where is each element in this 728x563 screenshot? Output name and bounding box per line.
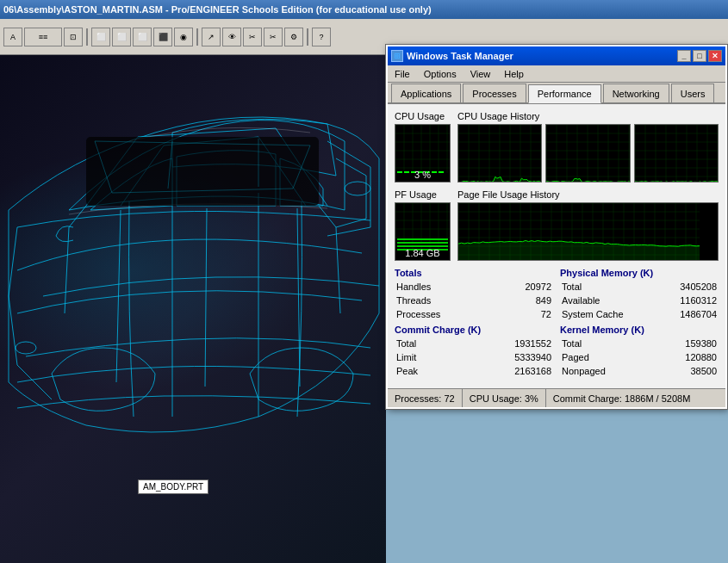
commit-charge-panel: Commit Charge (K) Total 1931552 Limit 53…: [395, 325, 553, 378]
tm-menu-view[interactable]: View: [467, 68, 495, 80]
cc-peak-value: 2163168: [455, 364, 553, 378]
toolbar-sep-1: [86, 28, 88, 46]
cc-peak-label: Peak: [395, 364, 455, 378]
cpu-usage-label: CPU Usage: [395, 111, 451, 121]
pf-charts-row: PF Usage 1.84 GB Page File Usage History: [395, 189, 719, 261]
toolbar-sep-3: [307, 28, 308, 46]
table-row: Paged 120880: [560, 350, 719, 364]
tm-menubar: File Options View Help: [388, 65, 725, 83]
toolbar-btn-9[interactable]: ↗: [202, 28, 221, 46]
cpu-percent-value: 3 %: [395, 170, 450, 180]
physical-memory-panel: Physical Memory (K) Total 3405208 Availa…: [560, 268, 719, 321]
cpu-history-section: CPU Usage History: [457, 111, 719, 183]
toolbar-btn-14[interactable]: ?: [312, 28, 331, 46]
pf-usage-section: PF Usage 1.84 GB: [395, 189, 451, 261]
cc-limit-value: 5333940: [455, 350, 553, 364]
pm-available-label: Available: [560, 294, 658, 307]
tab-applications[interactable]: Applications: [391, 84, 461, 102]
cpu-usage-section: CPU Usage 3 %: [395, 111, 451, 183]
table-row: Handles 20972: [395, 280, 553, 294]
tm-titlebar: ⊞ Windows Task Manager _ □ ✕: [388, 46, 725, 65]
table-row: Available 1160312: [560, 294, 719, 307]
cpu-history-chart-2: [545, 124, 630, 183]
commit-charge-table: Total 1931552 Limit 5333940 Peak 2163168: [395, 337, 553, 378]
table-row: Threads 849: [395, 294, 553, 307]
status-cpu-usage: CPU Usage: 3%: [463, 389, 546, 407]
cad-canvas: AM_BODY.PRT: [0, 55, 386, 563]
svg-point-0: [345, 182, 370, 195]
km-total-label: Total: [560, 337, 651, 350]
toolbar-btn-5[interactable]: ⬜: [112, 28, 131, 46]
table-row: System Cache 1486704: [560, 307, 719, 321]
toolbar-btn-11[interactable]: ✂: [243, 28, 262, 46]
tab-users[interactable]: Users: [671, 84, 715, 102]
status-commit-charge: Commit Charge: 1886M / 5208M: [546, 389, 698, 407]
processes-value: 72: [492, 307, 553, 321]
kernel-memory-panel: Kernel Memory (K) Total 159380 Paged 120…: [560, 325, 719, 378]
tm-close-button[interactable]: ✕: [708, 50, 722, 62]
cpu-history-label: CPU Usage History: [457, 111, 719, 121]
cc-total-value: 1931552: [455, 337, 553, 350]
toolbar-btn-4[interactable]: ⬜: [91, 28, 110, 46]
toolbar-btn-7[interactable]: ⬛: [153, 28, 172, 46]
toolbar-btn-13[interactable]: ⚙: [284, 28, 303, 46]
toolbar-btn-3[interactable]: ⊡: [64, 28, 83, 46]
tm-menu-file[interactable]: File: [391, 68, 414, 80]
pm-total-label: Total: [560, 280, 658, 294]
tab-performance[interactable]: Performance: [528, 84, 601, 103]
commit-charge-header: Commit Charge (K): [395, 325, 553, 335]
handles-label: Handles: [395, 280, 492, 294]
pm-syscache-value: 1486704: [658, 307, 719, 321]
processes-label: Processes: [395, 307, 492, 321]
physical-memory-header: Physical Memory (K): [560, 268, 719, 278]
tm-performance-content: CPU Usage 3 % CPU Usage History: [388, 103, 725, 388]
table-row: Total 1931552: [395, 337, 553, 350]
toolbar-btn-6[interactable]: ⬜: [133, 28, 152, 46]
table-row: Peak 2163168: [395, 364, 553, 378]
totals-panel: Totals Handles 20972 Threads 849 Process…: [395, 268, 553, 321]
cc-limit-label: Limit: [395, 350, 455, 364]
threads-value: 849: [492, 294, 553, 307]
cpu-history-chart-1: [457, 124, 542, 183]
cpu-usage-chart: 3 %: [395, 124, 451, 183]
stats-row: Totals Handles 20972 Threads 849 Process…: [395, 268, 719, 321]
table-row: Limit 5333940: [395, 350, 553, 364]
toolbar-btn-2[interactable]: ≡≡: [24, 28, 62, 46]
pm-available-value: 1160312: [658, 294, 719, 307]
cc-total-label: Total: [395, 337, 455, 350]
tm-maximize-button[interactable]: □: [693, 50, 706, 62]
totals-table: Handles 20972 Threads 849 Processes 72: [395, 280, 553, 321]
cad-object-tooltip: AM_BODY.PRT: [138, 479, 208, 494]
tm-minimize-button[interactable]: _: [677, 50, 691, 62]
toolbar-btn-10[interactable]: 👁: [222, 28, 241, 46]
km-nonpaged-label: Nonpaged: [560, 364, 651, 378]
km-paged-value: 120880: [651, 350, 719, 364]
stats-row-2: Commit Charge (K) Total 1931552 Limit 53…: [395, 325, 719, 378]
pf-history-section: Page File Usage History: [457, 189, 719, 261]
toolbar-btn-8[interactable]: ◉: [174, 28, 193, 46]
svg-rect-2: [86, 137, 319, 206]
handles-value: 20972: [492, 280, 553, 294]
tm-tabbar: Applications Processes Performance Netwo…: [388, 83, 725, 103]
toolbar-btn-1[interactable]: A: [3, 28, 22, 46]
toolbar-btn-12[interactable]: ✂: [264, 28, 283, 46]
tm-window-icon: ⊞: [391, 50, 403, 62]
svg-point-1: [16, 342, 36, 354]
task-manager-window: ⊞ Windows Task Manager _ □ ✕ File Option…: [386, 45, 727, 409]
toolbar-sep-2: [196, 28, 198, 46]
tab-networking[interactable]: Networking: [603, 84, 669, 102]
threads-label: Threads: [395, 294, 492, 307]
kernel-memory-header: Kernel Memory (K): [560, 325, 719, 335]
cad-title-text: 06\Assembly\ASTON_MARTIN.ASM - Pro/ENGIN…: [3, 4, 432, 15]
tab-processes[interactable]: Processes: [463, 84, 526, 102]
cpu-charts-row: CPU Usage 3 % CPU Usage History: [395, 111, 719, 183]
table-row: Processes 72: [395, 307, 553, 321]
pf-history-chart: [457, 202, 719, 261]
km-total-value: 159380: [651, 337, 719, 350]
cpu-history-chart-3: [634, 124, 719, 183]
tm-menu-help[interactable]: Help: [501, 68, 527, 80]
km-nonpaged-value: 38500: [651, 364, 719, 378]
tm-menu-options[interactable]: Options: [420, 68, 460, 80]
totals-header: Totals: [395, 268, 553, 278]
table-row: Total 3405208: [560, 280, 719, 294]
